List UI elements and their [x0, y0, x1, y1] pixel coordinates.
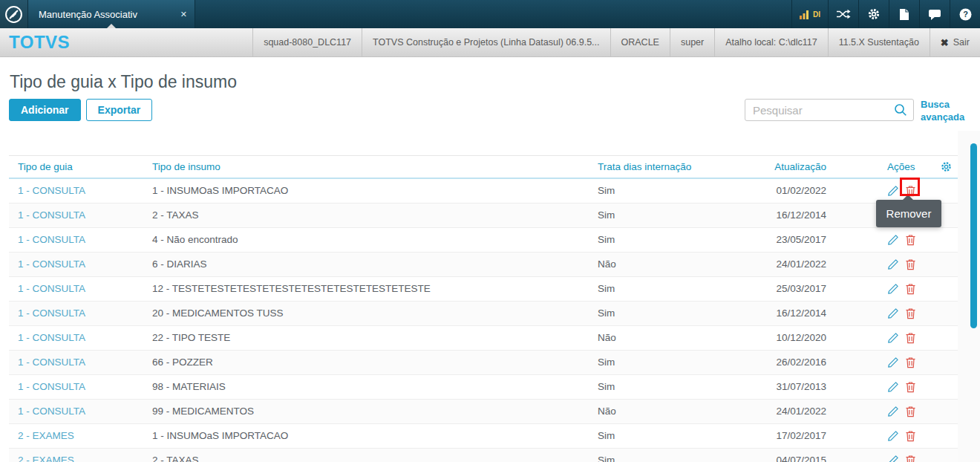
- delete-icon[interactable]: [905, 406, 916, 417]
- trata-dias-cell: Sim: [589, 357, 767, 368]
- environment-item: squad-8080_DLC117: [252, 28, 362, 56]
- document-icon: [899, 8, 909, 21]
- di-monitor-button[interactable]: DI: [791, 0, 828, 28]
- table-row: 1 - CONSULTA 12 - TESTETESTETESTETESTETE…: [9, 277, 958, 302]
- brand-logo: TOTVS: [0, 28, 70, 56]
- guia-link[interactable]: 1 - CONSULTA: [18, 332, 85, 343]
- edit-icon[interactable]: [887, 381, 899, 393]
- trata-dias-cell: Sim: [589, 209, 767, 221]
- environment-item: super: [670, 28, 714, 56]
- trata-dias-cell: Sim: [589, 283, 767, 294]
- search-icon[interactable]: [894, 103, 907, 120]
- chat-button[interactable]: [919, 0, 950, 28]
- titlebar: Manutenção Associativ ✕ DI: [0, 0, 980, 28]
- column-settings-button[interactable]: [934, 160, 958, 173]
- edit-icon[interactable]: [887, 185, 899, 197]
- trata-dias-cell: Sim: [589, 381, 767, 392]
- help-button[interactable]: ?: [950, 0, 980, 28]
- table-row: 1 - CONSULTA 20 - MEDICAMENTOS TUSS Sim …: [9, 302, 958, 326]
- table-row: 1 - CONSULTA 4 - Não encontrado Sim 23/0…: [9, 228, 958, 253]
- di-badge: DI: [813, 10, 820, 19]
- advanced-search-link[interactable]: Busca avançada: [921, 99, 970, 124]
- column-header-atualizacao[interactable]: Atualização: [767, 161, 878, 172]
- table-body: 1 - CONSULTA 1 - INSUMOaS IMPORTACAO Sim…: [9, 179, 958, 462]
- gear-icon: [867, 7, 881, 21]
- tab-close-icon[interactable]: ✕: [180, 10, 187, 19]
- remove-tooltip: Remover: [876, 200, 941, 227]
- trata-dias-cell: Sim: [589, 430, 767, 441]
- guia-link[interactable]: 1 - CONSULTA: [18, 357, 85, 368]
- atualizacao-cell: 16/12/2014: [767, 308, 878, 319]
- shuffle-button[interactable]: [828, 0, 858, 28]
- table-row: 2 - EXAMES 2 - TAXAS Sim 04/07/2015: [9, 449, 958, 462]
- insumo-cell: 98 - MATERIAIS: [143, 381, 589, 392]
- guia-link[interactable]: 1 - CONSULTA: [18, 185, 85, 196]
- edit-icon[interactable]: [887, 258, 899, 270]
- environment-item: Atalho local: C:\dlc117: [714, 28, 827, 56]
- column-header-tipo-guia[interactable]: Tipo de guia: [9, 161, 143, 172]
- click-highlight-box: [900, 178, 920, 196]
- atualizacao-cell: 10/12/2020: [767, 332, 878, 343]
- delete-icon[interactable]: [905, 455, 916, 462]
- column-header-trata-dias[interactable]: Trata dias internação: [589, 161, 767, 172]
- trata-dias-cell: Não: [589, 332, 767, 343]
- guia-link[interactable]: 1 - CONSULTA: [18, 234, 85, 245]
- guia-link[interactable]: 2 - EXAMES: [18, 430, 74, 441]
- totvs-logo-icon[interactable]: [0, 0, 27, 28]
- edit-icon[interactable]: [887, 283, 899, 295]
- trata-dias-cell: Sim: [589, 308, 767, 319]
- delete-icon[interactable]: [905, 332, 916, 344]
- insumo-cell: 4 - Não encontrado: [143, 234, 589, 245]
- guia-link[interactable]: 1 - CONSULTA: [18, 381, 85, 392]
- table-row: 2 - EXAMES 1 - INSUMOaS IMPORTACAO Sim 1…: [9, 424, 958, 449]
- edit-icon[interactable]: [887, 308, 899, 319]
- delete-icon[interactable]: [905, 430, 916, 442]
- column-header-tipo-insumo[interactable]: Tipo de insumo: [143, 161, 589, 172]
- edit-icon[interactable]: [887, 406, 899, 417]
- insumo-cell: 12 - TESTETESTETESTETESTETESTETESTETESTE…: [143, 283, 589, 294]
- guia-link[interactable]: 1 - CONSULTA: [18, 283, 85, 294]
- table-row: 1 - CONSULTA 66 - POZZER Sim 26/02/2016: [9, 351, 958, 375]
- svg-text:?: ?: [963, 10, 968, 19]
- tab-manutencao-associativa[interactable]: Manutenção Associativ ✕: [27, 0, 195, 28]
- logout-button[interactable]: ✖ Sair: [930, 28, 980, 56]
- edit-icon[interactable]: [887, 455, 899, 462]
- table-row: 1 - CONSULTA 99 - MEDICAMENTOS Não 24/01…: [9, 400, 958, 424]
- atualizacao-cell: 17/02/2017: [767, 430, 878, 441]
- guia-link[interactable]: 1 - CONSULTA: [18, 406, 85, 417]
- guia-link[interactable]: 1 - CONSULTA: [18, 258, 85, 270]
- insumo-cell: 66 - POZZER: [143, 357, 589, 368]
- delete-icon[interactable]: [905, 308, 916, 319]
- guia-link[interactable]: 2 - EXAMES: [18, 455, 74, 462]
- trata-dias-cell: Sim: [589, 234, 767, 245]
- delete-icon[interactable]: [905, 381, 916, 393]
- atualizacao-cell: 25/03/2017: [767, 283, 878, 294]
- table-row: 1 - CONSULTA 22 - TIPO TESTE Não 10/12/2…: [9, 326, 958, 351]
- delete-icon[interactable]: [905, 357, 916, 368]
- table-row: 1 - CONSULTA 6 - DIARIAS Não 24/01/2022: [9, 253, 958, 277]
- edit-icon[interactable]: [887, 430, 899, 442]
- delete-icon[interactable]: [905, 234, 916, 246]
- delete-icon[interactable]: [905, 258, 916, 270]
- logout-label: Sair: [953, 37, 970, 48]
- export-button[interactable]: Exportar: [86, 99, 153, 121]
- toolbar: Adicionar Exportar Busca avançada: [9, 99, 970, 124]
- atualizacao-cell: 04/07/2015: [767, 455, 878, 462]
- titlebar-icons: DI: [791, 0, 980, 28]
- atualizacao-cell: 24/01/2022: [767, 406, 878, 417]
- search-input[interactable]: [745, 99, 914, 121]
- column-header-acoes: Ações: [878, 161, 934, 172]
- edit-icon[interactable]: [887, 234, 899, 246]
- environment-items: squad-8080_DLC117 TOTVS Construção e Pro…: [252, 28, 980, 56]
- titlebar-spacer: [195, 0, 791, 28]
- add-button[interactable]: Adicionar: [9, 99, 81, 121]
- guia-link[interactable]: 1 - CONSULTA: [18, 308, 85, 319]
- scrollbar-thumb[interactable]: [970, 143, 977, 328]
- settings-button[interactable]: [858, 0, 889, 28]
- delete-icon[interactable]: [905, 283, 916, 295]
- edit-icon[interactable]: [887, 332, 899, 344]
- guia-link[interactable]: 1 - CONSULTA: [18, 209, 85, 221]
- insumo-cell: 20 - MEDICAMENTOS TUSS: [143, 308, 589, 319]
- edit-icon[interactable]: [887, 357, 899, 368]
- document-button[interactable]: [889, 0, 919, 28]
